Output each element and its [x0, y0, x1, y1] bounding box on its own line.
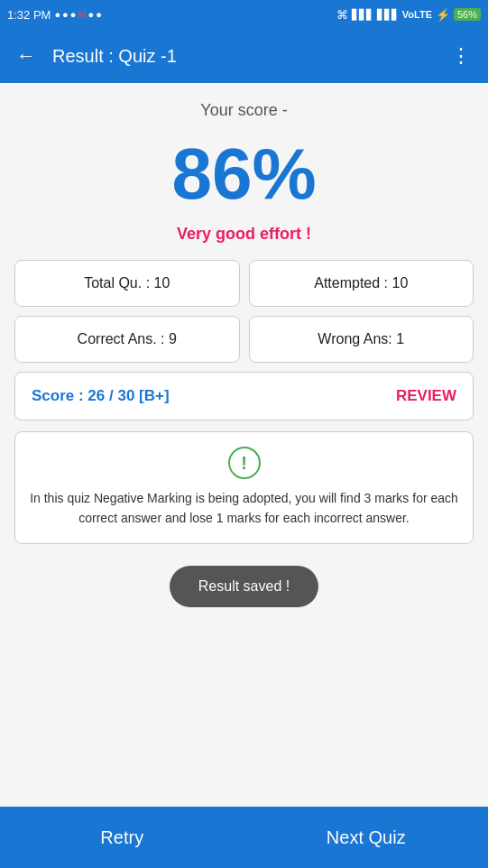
- stats-grid: Total Qu. : 10 Attempted : 10 Correct An…: [14, 260, 474, 363]
- battery-level: 56%: [454, 8, 481, 21]
- page-title: Result : Quiz -1: [52, 46, 435, 67]
- menu-button[interactable]: ⋮: [446, 39, 477, 73]
- retry-button[interactable]: Retry: [0, 807, 244, 868]
- icon-1: ●: [54, 9, 60, 20]
- total-questions-label: Total Qu. : 10: [84, 275, 170, 291]
- wifi-icon: ⌘: [336, 8, 348, 22]
- next-quiz-button[interactable]: Next Quiz: [244, 807, 489, 868]
- notification-icons: ● ● ● M ● ●: [54, 9, 101, 20]
- status-left: 1:32 PM ● ● ● M ● ●: [7, 8, 102, 22]
- score-row-text: Score : 26 / 30 [B+]: [32, 387, 170, 405]
- icon-4: ●: [88, 9, 95, 20]
- status-time: 1:32 PM: [7, 8, 51, 22]
- info-box: ! In this quiz Negative Marking is being…: [14, 431, 474, 544]
- correct-answers-box: Correct Ans. : 9: [14, 316, 240, 363]
- gmail-icon: M: [78, 9, 86, 20]
- icon-2: ●: [62, 9, 69, 20]
- main-content: Your score - 86% Very good effort ! Tota…: [0, 83, 488, 807]
- wrong-answers-box: Wrong Ans: 1: [249, 316, 474, 363]
- total-questions-box: Total Qu. : 10: [14, 260, 240, 307]
- correct-answers-label: Correct Ans. : 9: [78, 331, 177, 346]
- signal-icon-2: ▋▋▋: [377, 9, 399, 21]
- app-bar: ← Result : Quiz -1 ⋮: [0, 29, 488, 83]
- info-text: In this quiz Negative Marking is being a…: [30, 488, 458, 529]
- review-button[interactable]: REVIEW: [396, 387, 456, 405]
- result-saved-button[interactable]: Result saved !: [170, 566, 318, 607]
- signal-icon: ▋▋▋: [352, 9, 373, 21]
- your-score-label: Your score -: [200, 101, 287, 120]
- score-percent: 86%: [171, 134, 316, 214]
- attempted-box: Attempted : 10: [249, 260, 474, 307]
- status-right: ⌘ ▋▋▋ ▋▋▋ VoLTE ⚡ 56%: [336, 8, 481, 22]
- info-icon: !: [228, 447, 261, 479]
- attempted-label: Attempted : 10: [314, 275, 408, 291]
- effort-label: Very good effort !: [177, 225, 311, 244]
- icon-3: ●: [70, 9, 77, 20]
- back-button[interactable]: ←: [11, 39, 41, 73]
- bolt-icon: ⚡: [436, 8, 450, 22]
- icon-5: ●: [96, 9, 102, 20]
- volte-label: VoLTE: [402, 9, 432, 20]
- score-row: Score : 26 / 30 [B+] REVIEW: [14, 372, 474, 420]
- bottom-bar: Retry Next Quiz: [0, 807, 488, 868]
- status-bar: 1:32 PM ● ● ● M ● ● ⌘ ▋▋▋ ▋▋▋ VoLTE ⚡ 56…: [0, 0, 488, 29]
- wrong-answers-label: Wrong Ans: 1: [318, 331, 404, 346]
